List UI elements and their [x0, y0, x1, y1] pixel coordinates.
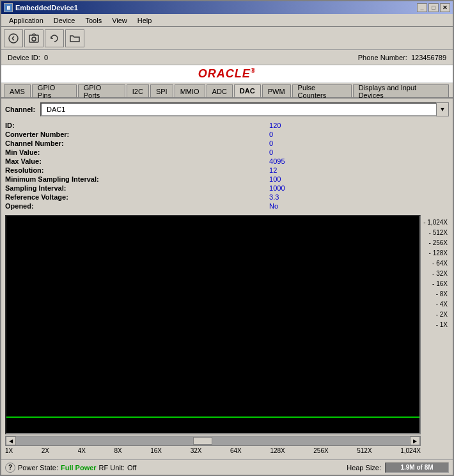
back-button[interactable] — [4, 29, 23, 47]
menu-device[interactable]: Device — [49, 15, 81, 26]
x-axis-label: 128X — [270, 447, 285, 454]
heap-size-bar: 1.9M of 8M — [385, 463, 449, 473]
tab-i2c[interactable]: I2C — [127, 84, 149, 97]
x-axis-label: 32X — [191, 447, 202, 454]
x-axis-label: 1,024X — [400, 447, 421, 454]
y-zoom-label[interactable]: - 512X — [429, 228, 449, 238]
heap-size-label: Heap Size: — [347, 464, 381, 472]
chart-main: ◀ ▶ 1X2X4X8X16X32X64X128X256X512X1,024X — [5, 215, 421, 456]
device-id-value: 0 — [44, 54, 48, 61]
property-label: Reference Voltage: — [5, 193, 263, 201]
toolbar — [1, 27, 453, 50]
channel-label: Channel: — [5, 106, 35, 113]
x-axis-label: 8X — [114, 447, 121, 454]
scroll-right-button[interactable]: ▶ — [410, 436, 420, 445]
y-zoom-label[interactable]: - 4X — [436, 299, 449, 310]
tab-adc[interactable]: ADC — [207, 84, 233, 97]
property-value: No — [269, 202, 449, 210]
menu-tools[interactable]: Tools — [80, 15, 107, 26]
channel-row: Channel: DAC1 ▼ — [5, 102, 449, 116]
window-icon: 🖥 — [4, 3, 13, 12]
tabs-bar: AMS GPIO Pins GPIO Ports I2C SPI MMIO AD… — [1, 83, 453, 99]
property-label: Max Value: — [5, 157, 263, 165]
scrollbar-thumb[interactable] — [193, 437, 212, 445]
horizontal-scrollbar[interactable]: ◀ ▶ — [5, 436, 421, 446]
property-value: 3.3 — [269, 193, 449, 201]
device-info-bar: Device ID: 0 Phone Number: 123456789 — [1, 50, 453, 65]
main-window: 🖥 EmbeddedDevice1 _ □ ✕ Application Devi… — [0, 0, 454, 476]
y-zoom-label[interactable]: - 2X — [436, 310, 449, 320]
x-axis-label: 1X — [5, 447, 13, 454]
refresh-button[interactable] — [45, 29, 64, 47]
x-axis-label: 64X — [230, 447, 242, 454]
y-zoom-label[interactable]: - 64X — [432, 258, 449, 269]
y-zoom-label[interactable]: - 1X — [436, 320, 449, 330]
heap-size-value: 1.9M of 8M — [400, 464, 433, 471]
tab-ams[interactable]: AMS — [4, 84, 31, 97]
tab-displays-input[interactable]: Displays and Input Devices — [353, 84, 449, 97]
y-zoom-label[interactable]: - 256X — [429, 238, 449, 248]
properties-grid: ID:120Converter Number:0Channel Number:0… — [5, 122, 449, 210]
y-zoom-label[interactable]: - 16X — [432, 279, 449, 289]
y-zoom-label[interactable]: - 1,024X — [423, 218, 449, 228]
chart-canvas — [5, 215, 421, 434]
property-value: 12 — [269, 166, 449, 174]
help-icon[interactable]: ? — [5, 463, 15, 473]
oracle-logo: ORACLE® — [198, 67, 256, 81]
property-label: Resolution: — [5, 166, 263, 174]
tab-gpio-ports[interactable]: GPIO Ports — [78, 84, 125, 97]
svg-point-0 — [9, 34, 18, 43]
menu-application[interactable]: Application — [4, 15, 49, 26]
scroll-left-button[interactable]: ◀ — [6, 436, 16, 445]
phone-number-label: Phone Number: — [358, 54, 407, 61]
snapshot-button[interactable] — [24, 29, 43, 47]
property-label: Opened: — [5, 202, 263, 210]
power-state-label: Power State: — [18, 464, 58, 472]
folder-button[interactable] — [65, 29, 84, 47]
tab-dac[interactable]: DAC — [234, 84, 261, 97]
oracle-logo-bar: ORACLE® — [1, 65, 453, 83]
channel-select[interactable]: DAC1 — [40, 102, 449, 116]
property-value: 0 — [269, 131, 449, 138]
x-axis-label: 16X — [150, 447, 162, 454]
close-button[interactable]: ✕ — [440, 3, 450, 12]
property-value: 100 — [269, 175, 449, 183]
property-label: Min Value: — [5, 148, 263, 156]
y-zoom-label[interactable]: - 128X — [429, 248, 449, 258]
status-bar: ? Power State: Full Power RF Unit: Off H… — [1, 459, 453, 475]
property-value: 1000 — [269, 184, 449, 192]
phone-number-display: Phone Number: 123456789 — [358, 54, 446, 61]
property-label: Sampling Interval: — [5, 184, 263, 192]
chart-signal-line — [6, 416, 419, 418]
tab-gpio-pins[interactable]: GPIO Pins — [32, 84, 77, 97]
title-bar: 🖥 EmbeddedDevice1 _ □ ✕ — [1, 1, 453, 14]
tab-spi[interactable]: SPI — [150, 84, 173, 97]
window-title: EmbeddedDevice1 — [15, 4, 78, 12]
x-axis-label: 512X — [357, 447, 372, 454]
scrollbar-track[interactable] — [16, 436, 410, 445]
menu-help[interactable]: Help — [132, 15, 157, 26]
maximize-button[interactable]: □ — [428, 3, 439, 12]
property-value: 4095 — [269, 157, 449, 165]
tab-pwm[interactable]: PWM — [262, 84, 291, 97]
svg-point-2 — [32, 37, 36, 41]
property-label: Minimum Sampling Interval: — [5, 175, 263, 183]
rf-unit-label: RF Unit: — [99, 464, 125, 472]
chart-container: ◀ ▶ 1X2X4X8X16X32X64X128X256X512X1,024X … — [5, 215, 449, 456]
device-id-label: Device ID: — [8, 54, 40, 61]
power-state-value: Full Power — [61, 464, 97, 472]
minimize-button[interactable]: _ — [417, 3, 427, 12]
channel-select-wrapper: DAC1 ▼ — [40, 102, 449, 116]
y-zoom-label[interactable]: - 8X — [436, 289, 449, 299]
property-label: ID: — [5, 122, 263, 129]
menu-view[interactable]: View — [107, 15, 132, 26]
tab-mmio[interactable]: MMIO — [175, 84, 205, 97]
property-value: 120 — [269, 122, 449, 129]
property-label: Converter Number: — [5, 131, 263, 138]
tab-pulse-counters[interactable]: Pulse Counters — [292, 84, 352, 97]
menu-bar: Application Device Tools View Help — [1, 14, 453, 27]
y-zoom-axis: - 1,024X- 512X- 256X- 128X- 64X- 32X- 16… — [423, 215, 449, 456]
y-zoom-label[interactable]: - 32X — [432, 269, 449, 279]
x-axis-label: 2X — [42, 447, 49, 454]
property-value: 0 — [269, 139, 449, 147]
